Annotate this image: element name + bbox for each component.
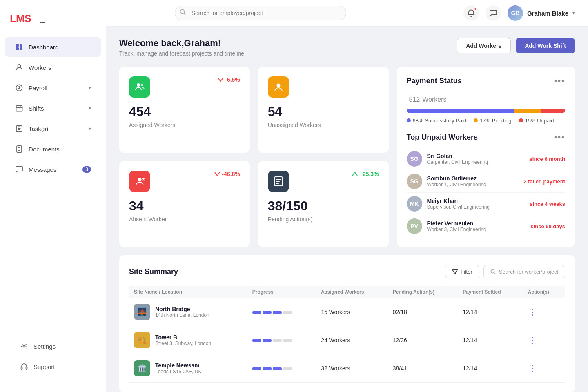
absent-value: 34 xyxy=(129,198,240,214)
absent-worker-card: -46.8% 34 Absent Worker xyxy=(119,161,250,247)
svg-rect-6 xyxy=(16,106,22,111)
svg-rect-2 xyxy=(16,47,19,50)
site-thumbnail: 🏗️ xyxy=(134,332,150,348)
site-location: Street 3, Subway, London xyxy=(155,341,211,346)
sidebar-item-payroll-label: Payroll xyxy=(29,85,47,91)
dollar-icon xyxy=(15,83,24,92)
add-workers-button[interactable]: Add Workers xyxy=(457,38,511,53)
assigned-value: 454 xyxy=(129,104,240,119)
col-payment: Payment Settled xyxy=(458,286,523,298)
sidebar-item-payroll[interactable]: Payroll ▾ xyxy=(5,78,101,98)
message-icon-button[interactable] xyxy=(486,5,501,21)
worker-role: Worker 1, Civil Engineering xyxy=(427,182,524,187)
headphone-icon xyxy=(20,362,29,371)
site-assigned: 15 Workers xyxy=(316,298,388,326)
site-thumbnail: 🏛️ xyxy=(134,360,150,376)
sidebar-item-messages[interactable]: Messages 3 xyxy=(5,160,101,179)
chevron-down-icon: ▾ xyxy=(572,10,575,16)
col-pending: Pending Action(s) xyxy=(388,286,458,298)
user-menu[interactable]: GB Graham Blake ▾ xyxy=(508,5,575,21)
sidebar-item-shifts[interactable]: Shifts ▾ xyxy=(5,98,101,118)
site-pending: 12/36 xyxy=(388,326,458,354)
site-location: Leeds LS15 0AE, UK xyxy=(155,369,201,374)
sidebar-item-shifts-label: Shifts xyxy=(29,105,44,112)
user-name: Graham Blake xyxy=(527,10,568,17)
row-action-menu[interactable]: ⋮ xyxy=(528,307,536,316)
sidebar-item-documents[interactable]: Documents xyxy=(5,139,101,159)
site-payment: 12/14 xyxy=(458,298,523,326)
sidebar-item-workers[interactable]: Workers xyxy=(5,58,101,77)
page-title: Welcome back,Graham! xyxy=(119,38,246,49)
svg-rect-7 xyxy=(16,126,22,132)
row-action-menu[interactable]: ⋮ xyxy=(528,364,536,373)
sidebar-item-tasks-label: Task(s) xyxy=(29,125,48,132)
svg-point-14 xyxy=(141,84,143,86)
site-assigned: 32 Workers xyxy=(316,354,388,383)
filter-button[interactable]: Filter xyxy=(445,265,479,278)
card-top: +25.3% xyxy=(268,171,379,192)
sidebar-logo-area: LMS ☰ xyxy=(0,8,106,36)
gear-icon xyxy=(20,342,29,351)
sidebar-item-tasks[interactable]: Task(s) ▾ xyxy=(5,119,101,138)
site-progress xyxy=(247,298,316,326)
card-top: -6.5% xyxy=(129,76,240,98)
sidebar: LMS ☰ Dashboard Workers Payroll ▾ xyxy=(0,0,106,392)
svg-point-15 xyxy=(276,84,280,87)
sidebar-item-settings[interactable]: Settings xyxy=(10,336,96,356)
hamburger-icon[interactable]: ☰ xyxy=(39,16,46,25)
svg-rect-11 xyxy=(26,367,27,369)
row-action-menu[interactable]: ⋮ xyxy=(528,336,536,345)
assigned-workers-card: -6.5% 454 Assigned Workers xyxy=(119,67,250,153)
worker-status: since 6 month xyxy=(530,156,565,162)
site-table-body: 🌉 North Bridge 14th North Lane, London 1… xyxy=(129,298,565,383)
site-summary-section: Site Summary Filter Search for worker/pr… xyxy=(119,255,575,392)
worker-avatar: SG xyxy=(407,151,422,167)
sidebar-item-dashboard[interactable]: Dashboard xyxy=(5,37,101,57)
site-table: Site Name / Location Progress Assigned W… xyxy=(129,286,565,383)
pending-segment xyxy=(514,109,541,113)
main-area: GB Graham Blake ▾ Welcome back,Graham! T… xyxy=(106,0,588,392)
worker-info: Pieter Vermeulen Worker 3, Civil Enginee… xyxy=(427,220,531,232)
worker-status: 2 failed payment xyxy=(523,178,565,185)
card-top xyxy=(268,76,379,98)
stats-payment-row: -6.5% 454 Assigned Workers 54 Una xyxy=(119,67,575,247)
worker-name: Pieter Vermeulen xyxy=(427,220,531,227)
card-top: -46.8% xyxy=(129,171,240,192)
search-icon xyxy=(180,9,186,17)
sidebar-item-messages-label: Messages xyxy=(29,166,56,173)
unpaid-title-text: Top Unpaid Workers xyxy=(407,133,478,142)
unpaid-workers-list: SG Sri Golan Carpenter, Civil Engineerin… xyxy=(407,148,565,237)
sidebar-item-support[interactable]: Support xyxy=(10,357,96,376)
svg-point-16 xyxy=(138,178,142,182)
worker-status: since 4 weeks xyxy=(530,201,565,207)
assigned-icon xyxy=(129,76,150,98)
sidebar-nav: Dashboard Workers Payroll ▾ Shifts ▾ xyxy=(0,36,106,329)
app-logo: LMS xyxy=(10,12,31,24)
payment-count: 512Workers xyxy=(407,91,565,105)
worker-name: Meiyr Khan xyxy=(427,198,530,204)
sidebar-item-workers-label: Workers xyxy=(29,64,51,71)
search-input[interactable] xyxy=(175,6,346,20)
chat-icon xyxy=(15,165,24,174)
absent-label: Absent Worker xyxy=(129,216,240,223)
site-search-button[interactable]: Search for worker/project xyxy=(483,265,565,278)
worker-info: Meiyr Khan Supervisor, Civil Engineering xyxy=(427,198,530,210)
site-name: North Bridge xyxy=(155,306,209,312)
unpaid-worker-item: PV Pieter Vermeulen Worker 3, Civil Engi… xyxy=(407,215,565,237)
sidebar-bottom: Settings Support xyxy=(0,329,106,384)
notification-button[interactable] xyxy=(463,5,479,21)
table-header-row: Site Name / Location Progress Assigned W… xyxy=(129,286,565,298)
unpaid-menu-button[interactable]: ••• xyxy=(554,133,565,142)
payment-legend: 68% Successfully Paid 17% Pending 15% Un… xyxy=(407,118,565,124)
calendar-icon xyxy=(15,104,24,113)
unpaid-worker-item: SG Sri Golan Carpenter, Civil Engineerin… xyxy=(407,148,565,170)
header-buttons: Add Workers Add Work Shift xyxy=(457,38,575,53)
chevron-down-icon: ▾ xyxy=(89,85,91,91)
doc-icon xyxy=(15,145,24,154)
add-work-shift-button[interactable]: Add Work Shift xyxy=(516,38,575,53)
legend-pending: 17% Pending xyxy=(474,118,511,124)
worker-avatar: PV xyxy=(407,218,422,234)
payment-menu-button[interactable]: ••• xyxy=(554,76,565,86)
page-title-area: Welcome back,Graham! Track, manage and f… xyxy=(119,38,246,57)
site-tools: Filter Search for worker/project xyxy=(445,265,565,278)
